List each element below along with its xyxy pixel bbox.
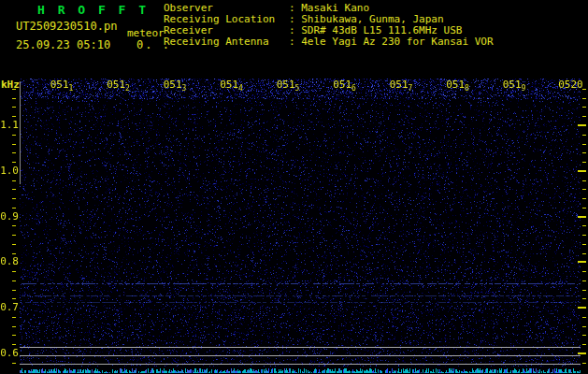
- freq-minor-tick-left: [12, 344, 16, 345]
- freq-minor-tick-left: [12, 107, 16, 108]
- app-title: H R O F F T: [37, 3, 149, 17]
- hrofft-spectrogram-screenshot: H R O F F T UT2509230510.pn meteor 25.09…: [0, 0, 588, 374]
- freq-minor-tick-right: [582, 235, 586, 236]
- freq-minor-tick-right: [582, 144, 586, 145]
- info-label: Receiving Antenna: [164, 36, 289, 48]
- freq-minor-tick-left: [12, 326, 16, 327]
- freq-minor-tick-left: [12, 189, 16, 190]
- freq-minor-tick-right: [582, 363, 586, 364]
- freq-minor-tick-right: [582, 198, 586, 199]
- freq-minor-tick-left: [12, 235, 16, 236]
- freq-tick-label: 1.1: [0, 120, 19, 131]
- freq-minor-tick-right: [582, 107, 586, 108]
- time-tick-label: 0520: [558, 79, 583, 91]
- freq-minor-tick-right: [582, 335, 586, 336]
- time-tick-label: 0518: [446, 79, 469, 91]
- freq-major-tick-right: [578, 307, 586, 309]
- freq-minor-tick-left: [12, 135, 16, 136]
- freq-minor-tick-left: [12, 98, 16, 99]
- freq-minor-tick-right: [582, 344, 586, 345]
- freq-minor-tick-right: [582, 116, 586, 117]
- freq-minor-tick-left: [12, 162, 16, 163]
- freq-tick-label: 0.7: [0, 302, 19, 313]
- freq-minor-tick-right: [582, 162, 586, 163]
- freq-minor-tick-right: [582, 180, 586, 181]
- freq-tick-label: 0.8: [0, 256, 19, 267]
- time-tick-label: 0515: [277, 79, 300, 91]
- freq-tick-label: 0.9: [0, 211, 19, 223]
- observation-datetime: 25.09.23 05:10: [16, 38, 110, 51]
- info-value: : 4ele Yagi Az 230 for Kansai VOR: [289, 36, 494, 48]
- freq-minor-tick-right: [582, 208, 586, 209]
- freq-major-tick-right: [578, 352, 586, 354]
- time-tick-label: 0512: [107, 79, 130, 91]
- freq-minor-tick-left: [12, 290, 16, 291]
- freq-minor-tick-left: [12, 253, 16, 254]
- freq-minor-tick-right: [582, 253, 586, 254]
- freq-minor-tick-left: [12, 335, 16, 336]
- time-tick-label: 0511: [50, 79, 74, 91]
- freq-minor-tick-right: [582, 298, 586, 299]
- time-tick-label: 0513: [164, 79, 187, 91]
- freq-minor-tick-right: [582, 189, 586, 190]
- freq-minor-tick-right: [582, 98, 586, 99]
- freq-minor-tick-left: [12, 152, 16, 153]
- station-info-block: Observer: Masaki KanoReceiving Location:…: [164, 3, 494, 48]
- freq-minor-tick-right: [582, 290, 586, 291]
- output-filename: UT2509230510.pn: [16, 20, 117, 33]
- time-tick-label: 0519: [503, 79, 526, 91]
- freq-minor-tick-right: [582, 271, 586, 272]
- freq-minor-tick-left: [12, 280, 16, 281]
- freq-minor-tick-left: [12, 180, 16, 181]
- freq-axis-unit-label: kHz: [1, 79, 20, 91]
- info-row: Receiving Antenna: 4ele Yagi Az 230 for …: [164, 36, 494, 48]
- freq-minor-tick-right: [582, 317, 586, 318]
- freq-major-tick-right: [578, 261, 586, 263]
- freq-minor-tick-right: [582, 225, 586, 226]
- freq-minor-tick-left: [12, 225, 16, 226]
- time-tick-label: 0517: [390, 79, 413, 91]
- freq-tick-label: 1.0: [0, 165, 19, 177]
- freq-minor-tick-left: [12, 198, 16, 199]
- freq-minor-tick-left: [12, 363, 16, 364]
- freq-minor-tick-left: [12, 116, 16, 117]
- time-tick-label: 0516: [333, 79, 356, 91]
- freq-major-tick-right: [578, 216, 586, 218]
- freq-minor-tick-left: [12, 271, 16, 272]
- freq-minor-tick-left: [12, 89, 16, 90]
- time-tick-label: 0514: [220, 79, 243, 91]
- freq-minor-tick-left: [12, 317, 16, 318]
- freq-minor-tick-left: [12, 144, 16, 145]
- freq-minor-tick-right: [582, 135, 586, 136]
- freq-minor-tick-right: [582, 326, 586, 327]
- freq-minor-tick-left: [12, 298, 16, 299]
- freq-tick-label: 0.6: [0, 348, 19, 359]
- freq-minor-tick-left: [12, 208, 16, 209]
- spectrogram-canvas: [20, 79, 581, 374]
- freq-minor-tick-right: [582, 152, 586, 153]
- freq-minor-tick-right: [582, 280, 586, 281]
- freq-major-tick-right: [578, 170, 586, 172]
- freq-minor-tick-left: [12, 244, 16, 245]
- freq-minor-tick-right: [582, 244, 586, 245]
- freq-major-tick-right: [578, 124, 586, 126]
